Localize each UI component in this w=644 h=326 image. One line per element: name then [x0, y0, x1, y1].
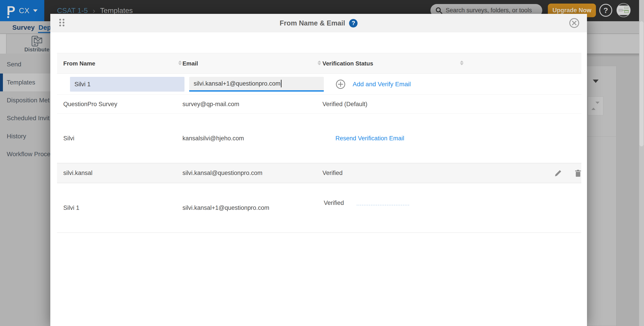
row-actions: [554, 163, 582, 183]
avatar-image-fragment: [617, 3, 630, 5]
tab-deploy-label: Dep: [38, 24, 51, 31]
distribute-icon: [29, 36, 45, 46]
email-value: silvi.kansal+1@questionpro.com: [194, 80, 280, 87]
background-dropdown-caret-icon[interactable]: [593, 79, 598, 83]
from-name-value: Silvi 1: [74, 81, 90, 88]
table-row: Silvi 1 silvi.kansal+1@questionpro.com V…: [57, 183, 582, 233]
table-row-new-entry: Silvi 1 silvi.kansal+1@questionpro.com A…: [57, 74, 582, 95]
table-row: silvi.kansal silvi.kansal@questionpro.co…: [57, 163, 582, 183]
cell-email: kansalsilvi@hjeho.com: [182, 114, 244, 163]
table-row: Silvi kansalsilvi@hjeho.com Resend Verif…: [57, 114, 582, 163]
background-sort-control[interactable]: [588, 96, 603, 115]
column-header-from-name[interactable]: From Name: [63, 53, 95, 74]
from-name-email-modal: From Name & Email ? From Name Email Veri…: [50, 14, 587, 326]
cell-email: silvi.kansal@questionpro.com: [182, 163, 262, 183]
column-header-email[interactable]: Email: [182, 53, 198, 74]
cell-from-name: Silvi 1: [63, 183, 80, 232]
cell-from-name: QuestionPro Survey: [63, 95, 118, 113]
questionpro-logo-icon: P: [7, 4, 16, 17]
add-and-verify-email-button[interactable]: Add and Verify Email: [336, 74, 411, 95]
from-name-input[interactable]: Silvi 1: [70, 77, 184, 92]
table-row: QuestionPro Survey survey@qp-mail.com Ve…: [57, 95, 582, 114]
cell-from-name: Silvi: [63, 114, 74, 163]
add-and-verify-email-label: Add and Verify Email: [353, 81, 411, 88]
cell-verification-status: Verified (Default): [322, 95, 368, 113]
verified-label: Verified: [324, 200, 344, 206]
avatar[interactable]: [616, 3, 630, 17]
cell-email: survey@qp-mail.com: [182, 95, 239, 113]
column-header-verification-status[interactable]: Verification Status: [322, 53, 373, 74]
modal-title-group: From Name & Email ?: [50, 14, 587, 32]
delete-trash-icon[interactable]: [574, 170, 582, 177]
table-header-row: From Name Email Verification Status: [57, 53, 582, 74]
resend-verification-email-link[interactable]: Resend Verification Email: [336, 114, 404, 163]
modal-title: From Name & Email: [280, 19, 345, 27]
global-help-icon[interactable]: ?: [599, 4, 612, 17]
text-cursor: [281, 80, 282, 87]
search-icon: [435, 7, 442, 14]
email-input[interactable]: silvi.kansal+1@questionpro.com: [189, 77, 324, 92]
cell-email: silvi.kansal+1@questionpro.com: [182, 183, 269, 232]
background-panel-divider: [587, 136, 616, 137]
active-item-bar: [0, 73, 3, 91]
org-label: CX: [19, 6, 30, 15]
cell-verification-status: Verified: [322, 163, 342, 183]
sort-icon-from-name[interactable]: [178, 60, 182, 65]
modal-help-icon[interactable]: ?: [349, 19, 358, 27]
deploy-sidebar: Send Templates Disposition Met Scheduled…: [0, 54, 50, 326]
breadcrumb-current-page: Templates: [100, 6, 133, 15]
sort-icon-verification-status[interactable]: [460, 60, 464, 65]
edit-pencil-icon[interactable]: [554, 170, 562, 177]
modal-header: From Name & Email ?: [50, 14, 587, 32]
scrollbar-thumb[interactable]: [640, 21, 644, 146]
faded-render-artifact: [357, 205, 409, 206]
sort-icon-email[interactable]: [318, 60, 321, 65]
distribute-label: Distribute: [24, 46, 50, 53]
page-scrollbar[interactable]: [639, 0, 644, 326]
sort-icon: [592, 104, 600, 108]
app-screen: P CX CSAT 1-5 › Templates Search surveys…: [0, 0, 644, 326]
breadcrumb-survey-link[interactable]: CSAT 1-5: [57, 6, 88, 15]
toolbar-left-rail: [0, 34, 6, 54]
cell-from-name: silvi.kansal: [63, 163, 92, 183]
workspace-switcher[interactable]: P CX: [0, 0, 44, 21]
plus-circle-icon: [336, 79, 346, 89]
tab-deploy[interactable]: Dep: [38, 21, 51, 33]
tab-survey[interactable]: Survey: [12, 21, 35, 33]
cell-verification-status: Verified: [324, 183, 344, 232]
close-icon[interactable]: [569, 18, 580, 28]
chevron-down-icon: [33, 9, 38, 12]
search-placeholder-text: Search surveys, folders, or tools: [446, 7, 532, 14]
